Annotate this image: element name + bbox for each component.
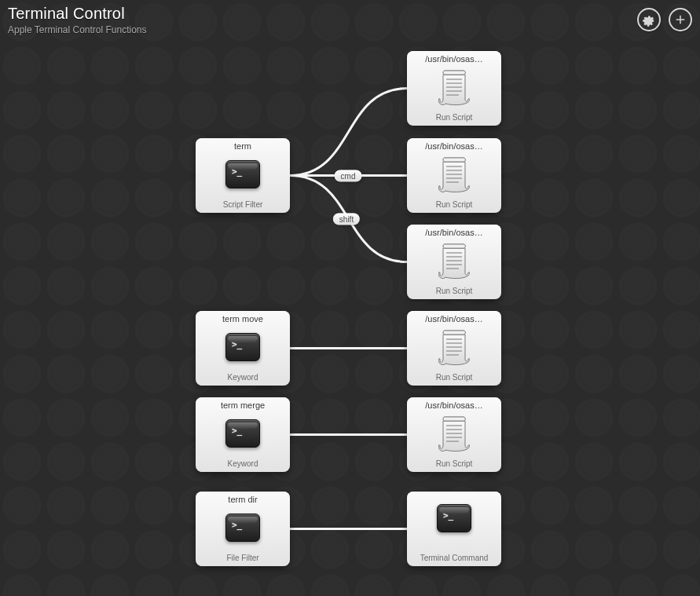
script-icon [438,415,470,452]
node-icon-wrap: >_ [435,499,473,537]
node-subtitle: Run Script [436,113,473,122]
modifier-badge-cmd[interactable]: cmd [335,170,362,182]
node-title: /usr/bin/osas… [425,141,482,151]
script-icon [438,328,470,366]
node-icon-wrap: >_ [224,415,262,452]
terminal-icon: >_ [437,504,471,532]
node-icon-wrap [435,155,473,193]
terminal-icon: >_ [225,160,260,188]
node-title: /usr/bin/osas… [425,228,482,237]
connection-line [290,89,407,176]
workflow-node-n7[interactable]: term merge>_Keyword [196,397,290,472]
node-icon-wrap [435,68,473,106]
workflow-node-n3[interactable]: /usr/bin/osas… Run Script [407,138,501,213]
terminal-icon: >_ [225,333,260,361]
node-subtitle: File Filter [226,554,258,562]
node-title: /usr/bin/osas… [425,400,482,410]
node-subtitle: Run Script [436,287,473,295]
workflow-node-n9[interactable]: term dir>_File Filter [196,492,290,566]
node-subtitle: Run Script [436,200,473,209]
workflow-node-n6[interactable]: /usr/bin/osas… Run Script [407,311,501,386]
node-subtitle: Run Script [436,459,473,468]
node-subtitle: Run Script [436,373,473,382]
script-icon [438,68,470,106]
script-icon [438,242,470,280]
node-title: term move [222,314,263,324]
node-icon-wrap [435,242,473,280]
node-title: term [234,141,251,151]
node-subtitle: Script Filter [223,200,263,209]
node-icon-wrap [435,328,473,366]
node-icon-wrap [435,415,473,452]
workflow-node-n2[interactable]: /usr/bin/osas… Run Script [407,51,501,126]
node-subtitle: Keyword [228,373,258,382]
terminal-icon: >_ [225,514,260,542]
terminal-icon: >_ [225,419,260,448]
node-subtitle: Terminal Command [420,554,489,562]
node-subtitle: Keyword [228,459,258,468]
connection-layer [0,0,700,596]
node-icon-wrap: >_ [224,328,262,366]
modifier-badge-shift[interactable]: shift [333,214,360,225]
workflow-node-n10[interactable]: >_Terminal Command [407,492,501,566]
node-title: term merge [221,400,265,410]
script-icon [438,155,470,193]
workflow-canvas[interactable]: term>_Script Filter/usr/bin/osas… Run Sc… [0,0,700,596]
node-title: term dir [228,495,257,504]
workflow-node-n1[interactable]: term>_Script Filter [196,138,290,213]
node-icon-wrap: >_ [224,155,262,193]
workflow-node-n4[interactable]: /usr/bin/osas… Run Script [407,225,501,299]
workflow-node-n8[interactable]: /usr/bin/osas… Run Script [407,397,501,472]
node-icon-wrap: >_ [224,509,262,547]
workflow-node-n5[interactable]: term move>_Keyword [196,311,290,386]
node-title: /usr/bin/osas… [425,54,482,64]
node-title: /usr/bin/osas… [425,314,482,324]
